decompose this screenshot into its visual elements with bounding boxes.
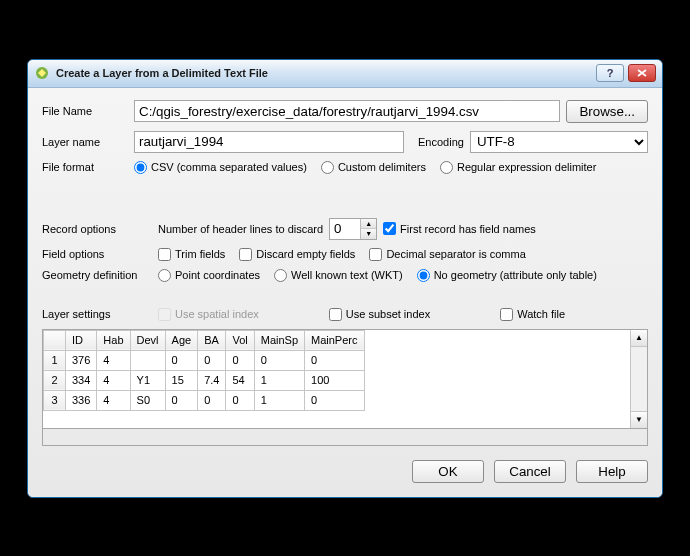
file-name-label: File Name — [42, 105, 128, 117]
file-name-input[interactable] — [134, 100, 560, 122]
window-buttons: ? — [596, 64, 656, 82]
column-header[interactable]: MainPerc — [305, 330, 364, 350]
dialog-content: File Name Browse... Layer name Encoding … — [28, 88, 662, 497]
column-header[interactable] — [44, 330, 66, 350]
table-cell: 0 — [226, 350, 254, 370]
row-header: 2 — [44, 370, 66, 390]
geom-wkt-radio[interactable]: Well known text (WKT) — [274, 269, 403, 282]
table-cell: 334 — [66, 370, 97, 390]
scroll-down-icon[interactable]: ▼ — [631, 411, 647, 428]
table-cell: 4 — [97, 370, 130, 390]
column-header[interactable]: MainSp — [254, 330, 304, 350]
layer-settings-label: Layer settings — [42, 308, 152, 320]
table-cell: 1 — [254, 390, 304, 410]
layer-name-label: Layer name — [42, 136, 128, 148]
table-cell: 0 — [226, 390, 254, 410]
scroll-track[interactable] — [631, 347, 647, 411]
table-cell: 0 — [254, 350, 304, 370]
table-cell: 376 — [66, 350, 97, 370]
ok-button[interactable]: OK — [412, 460, 484, 483]
discard-lines-spinner[interactable]: ▲ ▼ — [329, 218, 377, 240]
table-cell: Y1 — [130, 370, 165, 390]
help-button[interactable]: Help — [576, 460, 648, 483]
subset-index-checkbox[interactable]: Use subset index — [329, 308, 430, 321]
spinner-down-icon[interactable]: ▼ — [361, 229, 376, 239]
table-cell — [130, 350, 165, 370]
column-header[interactable]: Age — [165, 330, 198, 350]
dialog-window: Create a Layer from a Delimited Text Fil… — [27, 59, 663, 498]
table-cell: 0 — [305, 390, 364, 410]
geometry-label: Geometry definition — [42, 269, 152, 281]
table-row[interactable]: 23344Y1157.4541100 — [44, 370, 365, 390]
trim-fields-checkbox[interactable]: Trim fields — [158, 248, 225, 261]
spinner-up-icon[interactable]: ▲ — [361, 219, 376, 230]
table-cell: 7.4 — [198, 370, 226, 390]
encoding-select[interactable]: UTF-8 — [470, 131, 648, 153]
table-cell: 1 — [254, 370, 304, 390]
cancel-button[interactable]: Cancel — [494, 460, 566, 483]
table-cell: 15 — [165, 370, 198, 390]
table-cell: S0 — [130, 390, 165, 410]
format-custom-radio[interactable]: Custom delimiters — [321, 161, 426, 174]
window-title: Create a Layer from a Delimited Text Fil… — [56, 67, 596, 79]
table-cell: 0 — [165, 390, 198, 410]
first-record-checkbox[interactable]: First record has field names — [383, 222, 536, 235]
row-header: 1 — [44, 350, 66, 370]
layer-name-input[interactable] — [134, 131, 404, 153]
encoding-label: Encoding — [418, 136, 464, 148]
record-options-label: Record options — [42, 223, 152, 235]
geom-point-radio[interactable]: Point coordinates — [158, 269, 260, 282]
discard-lines-value[interactable] — [330, 219, 360, 239]
column-header[interactable]: Devl — [130, 330, 165, 350]
column-header[interactable]: Hab — [97, 330, 130, 350]
format-csv-radio[interactable]: CSV (comma separated values) — [134, 161, 307, 174]
table-row[interactable]: 33364S000010 — [44, 390, 365, 410]
discard-empty-checkbox[interactable]: Discard empty fields — [239, 248, 355, 261]
field-options-label: Field options — [42, 248, 152, 260]
row-header: 3 — [44, 390, 66, 410]
format-regex-radio[interactable]: Regular expression delimiter — [440, 161, 596, 174]
table-cell: 0 — [305, 350, 364, 370]
data-table[interactable]: IDHabDevlAgeBAVolMainSpMainPerc137640000… — [43, 330, 365, 411]
spatial-index-checkbox: Use spatial index — [158, 308, 259, 321]
column-header[interactable]: Vol — [226, 330, 254, 350]
decimal-comma-checkbox[interactable]: Decimal separator is comma — [369, 248, 525, 261]
discard-lines-label: Number of header lines to discard — [158, 223, 323, 235]
file-format-label: File format — [42, 161, 128, 173]
table-cell: 0 — [198, 350, 226, 370]
vertical-scrollbar[interactable]: ▲ ▼ — [630, 330, 647, 428]
column-header[interactable]: BA — [198, 330, 226, 350]
help-button-titlebar[interactable]: ? — [596, 64, 624, 82]
geom-none-radio[interactable]: No geometry (attribute only table) — [417, 269, 597, 282]
horizontal-scrollbar[interactable] — [42, 429, 648, 446]
browse-button[interactable]: Browse... — [566, 100, 648, 123]
column-header[interactable]: ID — [66, 330, 97, 350]
table-cell: 100 — [305, 370, 364, 390]
table-cell: 4 — [97, 390, 130, 410]
titlebar: Create a Layer from a Delimited Text Fil… — [28, 60, 662, 88]
table-cell: 336 — [66, 390, 97, 410]
table-cell: 4 — [97, 350, 130, 370]
scroll-up-icon[interactable]: ▲ — [631, 330, 647, 347]
table-cell: 54 — [226, 370, 254, 390]
preview-table: IDHabDevlAgeBAVolMainSpMainPerc137640000… — [42, 329, 648, 429]
table-cell: 0 — [198, 390, 226, 410]
table-cell: 0 — [165, 350, 198, 370]
close-button[interactable] — [628, 64, 656, 82]
app-icon — [34, 65, 50, 81]
watch-file-checkbox[interactable]: Watch file — [500, 308, 565, 321]
table-row[interactable]: 1376400000 — [44, 350, 365, 370]
